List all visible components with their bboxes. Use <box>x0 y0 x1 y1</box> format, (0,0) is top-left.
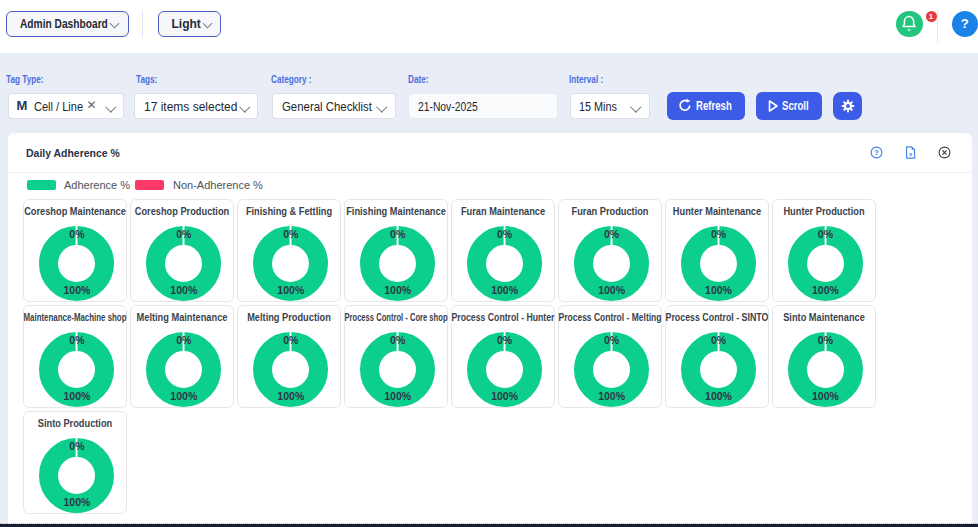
svg-text:x: x <box>908 151 912 157</box>
svg-text:?: ? <box>874 148 879 157</box>
